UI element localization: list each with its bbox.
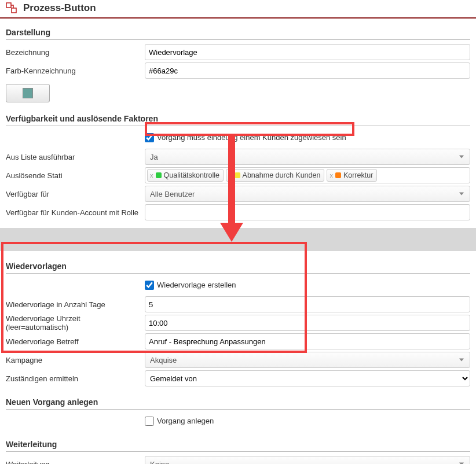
checkbox-wiedervorlage-label: Wiedervorlage erstellen bbox=[157, 281, 236, 289]
checkbox-wiedervorlage[interactable]: Wiedervorlage erstellen bbox=[145, 281, 236, 290]
checkbox-vorgang-kunde-label: Vorgang muss eindeutig einem Kunden zuge… bbox=[157, 133, 346, 142]
input-bezeichnung[interactable] bbox=[145, 44, 470, 60]
select-zust[interactable]: Gemeldet von bbox=[145, 370, 470, 386]
process-button-icon bbox=[6, 2, 17, 14]
checkbox-vorgang-kunde[interactable]: Vorgang muss eindeutig einem Kunden zuge… bbox=[145, 133, 346, 142]
section-neu-title: Neuen Vorgang anlegen bbox=[6, 394, 470, 410]
status-color-icon bbox=[235, 172, 240, 178]
dropdown-verfuegbar[interactable]: Alle Benutzer bbox=[145, 186, 470, 202]
label-zust: Zuständigen ermitteln bbox=[6, 374, 145, 383]
tagbox-stati[interactable]: x Qualitätskontrolle x Abnahme durch Kun… bbox=[145, 167, 470, 183]
section-divider bbox=[0, 228, 476, 251]
close-icon[interactable]: x bbox=[229, 172, 232, 179]
status-color-icon bbox=[156, 172, 162, 178]
label-weiterleitung: Weiterleitung bbox=[6, 460, 145, 465]
dropdown-aus-liste[interactable]: Ja bbox=[145, 149, 470, 165]
input-uhrzeit[interactable] bbox=[145, 315, 470, 331]
dropdown-weiterleitung-value: Keine bbox=[150, 460, 169, 465]
dropdown-weiterleitung[interactable]: Keine bbox=[145, 456, 470, 464]
tag-label: Abnahme durch Kunden bbox=[243, 171, 321, 179]
label-betreff: Wiedervorlage Betreff bbox=[6, 337, 145, 346]
checkbox-wiedervorlage-box[interactable] bbox=[145, 281, 154, 290]
page-header: Prozess-Button bbox=[0, 0, 476, 19]
section-wiedervorlagen-title: Wiedervorlagen bbox=[6, 258, 470, 274]
dropdown-aus-liste-value: Ja bbox=[150, 153, 158, 161]
tag-label: Qualitätskontrolle bbox=[164, 171, 220, 179]
close-icon[interactable]: x bbox=[329, 172, 333, 179]
input-farb[interactable] bbox=[145, 62, 470, 79]
label-farb: Farb-Kennzeichnung bbox=[6, 67, 145, 75]
label-bezeichnung: Bezeichnung bbox=[6, 48, 145, 57]
label-aus-liste: Aus Liste ausführbar bbox=[6, 153, 145, 161]
checkbox-vorgang-kunde-box[interactable] bbox=[145, 133, 154, 142]
dropdown-verfuegbar-value: Alle Benutzer bbox=[150, 190, 195, 198]
section-darstellung-title: Darstellung bbox=[6, 24, 470, 40]
svg-rect-1 bbox=[12, 8, 16, 13]
label-uhrzeit: Wiedervorlage Uhrzeit (leer=automatisch) bbox=[6, 314, 145, 332]
label-stati: Auslösende Stati bbox=[6, 171, 145, 180]
dropdown-kampagne-value: Akquise bbox=[150, 356, 177, 364]
dropdown-kampagne[interactable]: Akquise bbox=[145, 352, 470, 368]
input-betreff[interactable] bbox=[145, 333, 470, 349]
label-kampagne: Kampagne bbox=[6, 356, 145, 364]
section-weiterleitung-title: Weiterleitung bbox=[6, 436, 470, 452]
palette-icon bbox=[23, 88, 33, 98]
label-rolle: Verfügbar für Kunden-Account mit Rolle bbox=[6, 208, 145, 217]
tagbox-rolle[interactable] bbox=[145, 204, 470, 220]
label-tage: Wiedervorlage in Anzahl Tage bbox=[6, 300, 145, 309]
checkbox-vorgang-anlegen-label: Vorgang anlegen bbox=[157, 417, 214, 425]
tag-label: Korrektur bbox=[343, 171, 373, 179]
checkbox-vorgang-anlegen-box[interactable] bbox=[145, 417, 154, 426]
status-color-icon bbox=[335, 172, 341, 178]
color-picker-button[interactable] bbox=[6, 84, 50, 102]
close-icon[interactable]: x bbox=[150, 172, 153, 179]
label-verfuegbar: Verfügbar für bbox=[6, 190, 145, 198]
svg-rect-0 bbox=[6, 3, 11, 8]
tag-stati-2[interactable]: x Korrektur bbox=[327, 169, 377, 182]
tag-stati-0[interactable]: x Qualitätskontrolle bbox=[147, 169, 224, 182]
input-tage[interactable] bbox=[145, 296, 470, 312]
tag-stati-1[interactable]: x Abnahme durch Kunden bbox=[226, 169, 324, 182]
page-title: Prozess-Button bbox=[23, 2, 96, 14]
checkbox-vorgang-anlegen[interactable]: Vorgang anlegen bbox=[145, 417, 214, 426]
section-verfuegbarkeit-title: Verfügbarkeit und auslösende Faktoren bbox=[6, 111, 470, 126]
